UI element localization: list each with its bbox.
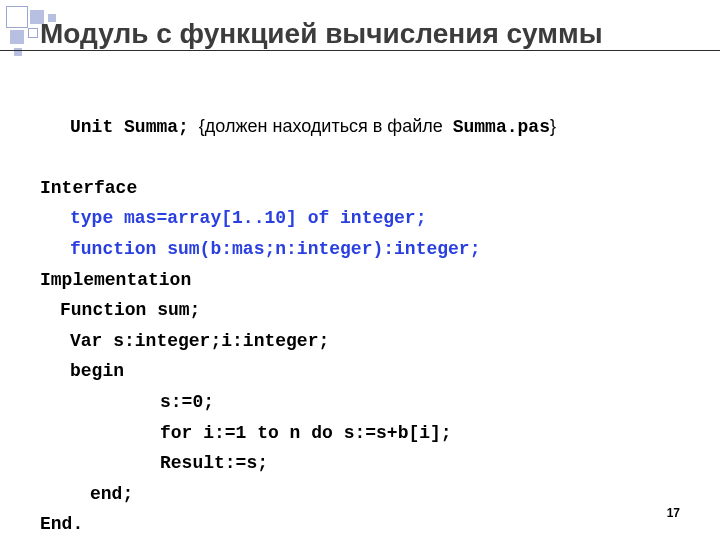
code-end-inner: end; (40, 479, 680, 510)
code-func-decl: function sum(b:mas;n:integer):integer; (40, 234, 680, 265)
deco-square (6, 6, 28, 28)
code-comment-text: {должен находиться в файле (189, 116, 453, 136)
code-block: Unit Summa; {должен находиться в файле S… (40, 80, 680, 540)
code-end-unit: End. (40, 509, 680, 540)
deco-square (28, 28, 38, 38)
code-assign-zero: s:=0; (40, 387, 680, 418)
code-func-head: Function sum; (40, 295, 680, 326)
code-filename: Summa.pas (453, 117, 550, 137)
slide: Модуль с функцией вычисления суммы Unit … (0, 0, 720, 540)
slide-title: Модуль с функцией вычисления суммы (40, 18, 603, 50)
page-number: 17 (667, 506, 680, 520)
code-unit: Unit Summa; (70, 117, 189, 137)
code-for-loop: for i:=1 to n do s:=s+b[i]; (40, 418, 680, 449)
code-begin: begin (40, 356, 680, 387)
code-interface: Interface (40, 173, 680, 204)
code-result: Result:=s; (40, 448, 680, 479)
code-type: type mas=array[1..10] of integer; (40, 203, 680, 234)
header-rule (0, 50, 720, 51)
deco-square (10, 30, 24, 44)
code-comment-close: } (550, 116, 556, 136)
code-impl: Implementation (40, 265, 680, 296)
code-var: Var s:integer;i:integer; (40, 326, 680, 357)
